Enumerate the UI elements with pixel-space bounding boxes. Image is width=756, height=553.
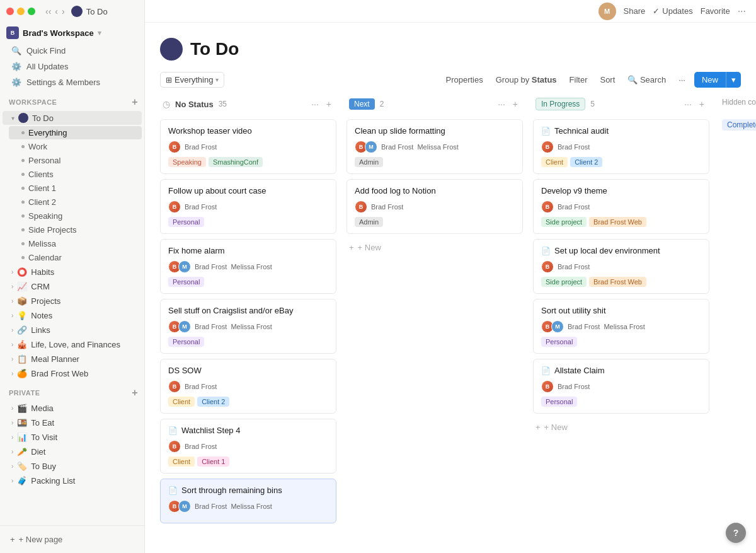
tag-personal[interactable]: Personal [168, 277, 204, 287]
toolbar: ⊞ Everything ▾ Properties Group by Statu… [145, 68, 756, 94]
share-button[interactable]: Share [624, 6, 646, 16]
tag-speaking[interactable]: Speaking [168, 157, 206, 167]
card-slide-formatting[interactable]: Clean up slide formatting B M Brad Frost… [346, 119, 523, 174]
sidebar-item-calendar[interactable]: Calendar [9, 251, 142, 264]
card-workshop[interactable]: Workshop teaser video B Brad Frost Speak… [160, 119, 336, 174]
column-add-icon[interactable]: + [324, 98, 334, 110]
forward-arrow-icon[interactable]: › [62, 6, 65, 16]
sidebar-item-media[interactable]: › 🎬 Media [3, 402, 142, 415]
sidebar-item-links[interactable]: › 🔗 Links [3, 323, 142, 337]
tag-client[interactable]: Client [541, 157, 568, 167]
sidebar-item-client2[interactable]: Client 2 [9, 195, 142, 209]
tag-side-project[interactable]: Side project [541, 277, 587, 287]
column-add-icon[interactable]: + [697, 98, 707, 110]
back-arrow-icon[interactable]: ‹ [55, 6, 58, 16]
tag-client1[interactable]: Client 1 [197, 457, 229, 467]
tag-smashingconf[interactable]: SmashingConf [209, 157, 263, 167]
sort-button[interactable]: Sort [596, 73, 619, 87]
sidebar-item-to-visit[interactable]: › 📊 To Visit [3, 431, 142, 444]
column-more-icon[interactable]: ··· [309, 98, 321, 110]
new-page-button[interactable]: + + New page [6, 532, 138, 547]
tag-personal[interactable]: Personal [541, 337, 577, 347]
card-utility[interactable]: Sort out utility shit B M Brad Frost Mel… [533, 299, 709, 354]
sidebar-item-clients[interactable]: Clients [9, 168, 142, 181]
sidebar-item-projects[interactable]: › 📦 Projects [3, 294, 142, 308]
card-food-log[interactable]: Add food log to Notion B Brad Frost Admi… [346, 179, 523, 234]
tag-client[interactable]: Client [168, 457, 195, 467]
sidebar-item-brad-frost-web[interactable]: › 🍊 Brad Frost Web [3, 367, 142, 380]
more-toolbar-button[interactable]: ··· [675, 73, 689, 87]
column-more-icon[interactable]: ··· [495, 98, 508, 110]
sidebar-item-habits[interactable]: › ⭕ Habits [3, 265, 142, 279]
sidebar-item-settings[interactable]: ⚙️ Settings & Members [3, 75, 142, 90]
sidebar-item-personal[interactable]: Personal [9, 154, 142, 167]
tag-personal[interactable]: Personal [168, 337, 204, 347]
sidebar-item-notes[interactable]: › 💡 Notes [3, 309, 142, 322]
habits-icon: ⭕ [17, 267, 27, 277]
card-watchlist[interactable]: 📄 Watchlist Step 4 B Brad Frost Client C… [160, 419, 336, 474]
close-button[interactable] [6, 8, 14, 15]
tag-brad-frost-web[interactable]: Brad Frost Web [589, 217, 646, 227]
column-more-icon[interactable]: ··· [682, 98, 694, 110]
tag-admin[interactable]: Admin [355, 217, 383, 227]
card-ds-sow[interactable]: DS SOW B Brad Frost Client Client 2 [160, 359, 336, 414]
filter-button[interactable]: Filter [566, 73, 592, 87]
sidebar-item-speaking[interactable]: Speaking [9, 209, 142, 223]
card-technical-audit[interactable]: 📄 Technical audit B Brad Frost Client Cl… [533, 119, 709, 174]
sidebar-item-diet[interactable]: › 🥕 Diet [3, 445, 142, 458]
sidebar-item-everything[interactable]: Everything [9, 126, 142, 139]
card-assignees: B Brad Frost [168, 440, 328, 453]
card-allstate[interactable]: 📄 Allstate Claim B Brad Frost Personal [533, 359, 709, 414]
sidebar-item-all-updates[interactable]: ⚙️ All Updates [3, 59, 142, 74]
workspace-add-button[interactable]: + [132, 96, 138, 108]
tag-brad-frost-web[interactable]: Brad Frost Web [589, 277, 646, 287]
dot-icon [21, 173, 25, 176]
card-court-case[interactable]: Follow up about court case B Brad Frost … [160, 179, 336, 234]
sidebar-item-side-projects[interactable]: Side Projects [9, 223, 142, 236]
group-by-button[interactable]: Group by Status [492, 73, 561, 87]
back-icon[interactable]: ‹‹ [45, 6, 51, 16]
assignee-names: Brad Frost Melissa Frost [195, 323, 272, 330]
minimize-button[interactable] [17, 8, 25, 15]
tag-client[interactable]: Client [168, 397, 195, 407]
sidebar-item-to-eat[interactable]: › 🍱 To Eat [3, 416, 142, 429]
updates-button[interactable]: ✓ Updates [653, 6, 692, 16]
sidebar-item-quick-find[interactable]: 🔍 Quick Find [3, 44, 142, 58]
card-sort-bins[interactable]: 📄 Sort through remaining bins B M Brad F… [160, 479, 336, 523]
tag-admin[interactable]: Admin [355, 157, 383, 167]
user-avatar[interactable]: M [598, 3, 616, 20]
tag-side-project[interactable]: Side project [541, 217, 587, 227]
add-new-in-progress-button[interactable]: + + New [533, 419, 709, 436]
sidebar-item-meal-planner[interactable]: › 📋 Meal Planner [3, 352, 142, 366]
search-button[interactable]: 🔍 Search [624, 73, 670, 87]
favorite-button[interactable]: Favorite [701, 6, 730, 16]
sidebar-item-to-buy[interactable]: › 🏷️ To Buy [3, 460, 142, 473]
sidebar-item-work[interactable]: Work [9, 140, 142, 153]
add-new-next-button[interactable]: + + New [346, 239, 523, 256]
maximize-button[interactable] [28, 8, 35, 15]
private-add-button[interactable]: + [132, 387, 138, 399]
workspace-header[interactable]: B Brad's Workspace ▾ [0, 23, 144, 43]
sidebar-item-packing-list[interactable]: › 🧳 Packing List [3, 474, 142, 487]
tag-personal[interactable]: Personal [168, 217, 204, 227]
sidebar-item-melissa[interactable]: Melissa [9, 237, 142, 250]
help-button[interactable]: ? [726, 523, 746, 543]
column-add-icon[interactable]: + [510, 98, 520, 110]
properties-button[interactable]: Properties [442, 73, 486, 87]
card-develop-v9[interactable]: Develop v9 theme B Brad Frost Side proje… [533, 179, 709, 234]
sidebar-item-client1[interactable]: Client 1 [9, 182, 142, 195]
card-dev-environment[interactable]: 📄 Set up local dev environment B Brad Fr… [533, 239, 709, 294]
assignee-name: Brad Frost [558, 383, 590, 390]
view-selector[interactable]: ⊞ Everything ▾ [160, 72, 224, 88]
sidebar-item-todo[interactable]: ▾ To Do [3, 111, 142, 125]
card-home-alarm[interactable]: Fix home alarm B M Brad Frost Melissa Fr… [160, 239, 336, 294]
tag-client2[interactable]: Client 2 [197, 397, 229, 407]
more-options-icon[interactable]: ··· [738, 6, 746, 17]
new-item-button[interactable]: New ▾ [694, 72, 741, 88]
tag-personal[interactable]: Personal [541, 397, 577, 407]
card-craigslist[interactable]: Sell stuff on Craigslist and/or eBay B M… [160, 299, 336, 354]
sidebar-item-crm[interactable]: › 📈 CRM [3, 280, 142, 293]
sidebar-item-life-finances[interactable]: › 🎪 Life, Love, and Finances [3, 338, 142, 351]
new-dropdown-icon[interactable]: ▾ [726, 72, 741, 88]
tag-client2[interactable]: Client 2 [570, 157, 602, 167]
